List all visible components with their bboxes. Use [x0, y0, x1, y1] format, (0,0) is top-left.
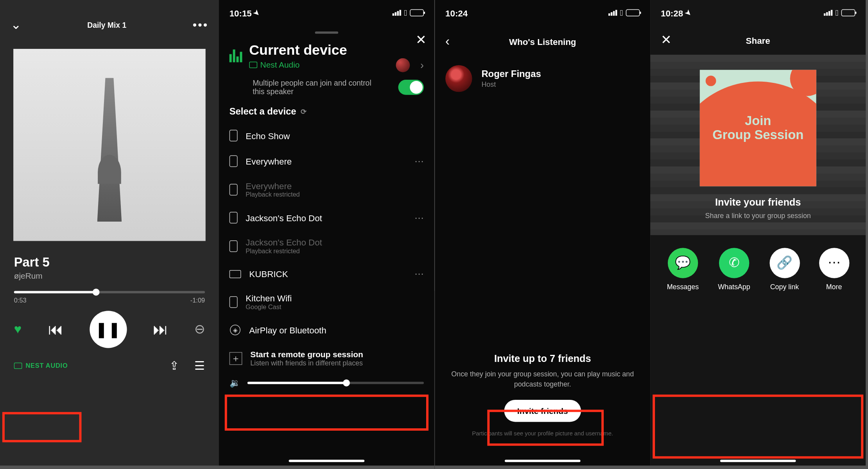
device-sub: Playback restricted	[246, 247, 424, 254]
share-option-icon: 💬	[668, 248, 698, 278]
share-screen: 10:28➤ 􀙇 ✕ Share Join Group Session Invi…	[650, 0, 866, 465]
now-playing-screen: ⌄ Daily Mix 1 ••• Part 5 øjeRum 0:53 -1:…	[0, 0, 219, 465]
more-icon[interactable]: •••	[193, 18, 208, 32]
share-option-copy-link[interactable]: 🔗Copy link	[769, 248, 800, 291]
device-name: Jackson's Echo Dot	[246, 213, 406, 222]
device-more-icon[interactable]: ⋯	[414, 156, 424, 166]
volume-row: 🔉	[219, 373, 434, 394]
signal-icon	[608, 10, 617, 16]
whos-listening-screen: 10:24 􀙇 ‹ Who's Listening Roger Fingas H…	[435, 0, 650, 465]
status-time: 10:15	[230, 8, 252, 18]
home-indicator	[720, 460, 796, 462]
share-card: Join Group Session	[700, 70, 816, 186]
share-option-more[interactable]: ⋯More	[819, 248, 849, 291]
device-item[interactable]: ◈AirPlay or Bluetooth	[219, 317, 434, 343]
cast-icon	[14, 362, 22, 369]
spotify-logo-icon	[706, 76, 716, 86]
home-indicator	[289, 460, 365, 462]
device-name: Everywhere	[246, 181, 424, 191]
share-option-icon: ⋯	[819, 248, 849, 278]
signal-icon	[392, 10, 401, 16]
progress-bar[interactable]: 0:53 -1:09	[14, 291, 205, 304]
wifi-icon: 􀙇	[620, 8, 623, 18]
speaker-icon	[230, 130, 238, 141]
track-artist: øjeRum	[14, 271, 205, 281]
speaker-icon	[230, 184, 238, 195]
device-item[interactable]: Echo Show	[219, 123, 434, 149]
multi-control-toggle[interactable]	[398, 80, 424, 95]
current-device-name[interactable]: Nest Audio	[249, 60, 347, 69]
screen-title: Who's Listening	[445, 36, 640, 46]
volume-icon: 🔉	[230, 378, 240, 388]
highlight-box	[2, 412, 82, 442]
device-item[interactable]: Kitchen WifiGoogle Cast	[219, 286, 434, 317]
device-item[interactable]: Everywhere⋯	[219, 149, 434, 174]
collapse-icon[interactable]: ⌄	[11, 18, 21, 33]
share-heading: Invite your friends	[650, 197, 866, 208]
share-sub: Share a link to your group session	[650, 212, 866, 220]
share-option-label: Messages	[667, 283, 699, 291]
pause-button[interactable]: ❚❚	[90, 311, 127, 348]
device-name: Echo Show	[246, 131, 424, 140]
listener-row[interactable]: Roger Fingas Host	[435, 57, 650, 100]
previous-icon[interactable]: ⏮	[48, 320, 63, 338]
device-name: Jackson's Echo Dot	[246, 238, 424, 247]
now-playing-header: ⌄ Daily Mix 1 •••	[0, 11, 219, 37]
device-sub: Google Cast	[246, 303, 424, 310]
device-name: AirPlay or Bluetooth	[249, 325, 424, 335]
bottom-bar: NEST AUDIO ⇪ ☰	[0, 348, 219, 372]
invite-friends-button[interactable]: Invite friends	[504, 400, 581, 422]
share-option-whatsapp[interactable]: ✆WhatsApp	[718, 248, 750, 291]
cast-device-chip[interactable]: NEST AUDIO	[14, 362, 68, 369]
device-name: Kitchen Wifi	[246, 293, 424, 303]
invite-body: Once they join your group session, you c…	[445, 370, 640, 389]
block-icon[interactable]: ⊖	[194, 322, 205, 337]
playback-controls: ♥ ⏮ ❚❚ ⏭ ⊖	[0, 304, 219, 348]
start-group-session[interactable]: ＋ Start a remote group session Listen wi…	[219, 343, 434, 373]
cast-device-label: NEST AUDIO	[26, 362, 68, 369]
share-option-messages[interactable]: 💬Messages	[667, 248, 699, 291]
wifi-icon: 􀙇	[836, 8, 839, 18]
playlist-title: Daily Mix 1	[87, 21, 126, 29]
status-time: 10:28	[661, 8, 683, 18]
speaker-icon	[230, 240, 238, 252]
device-list: Echo ShowEverywhere⋯EverywherePlayback r…	[219, 123, 434, 343]
album-artwork	[13, 49, 205, 241]
volume-slider[interactable]	[247, 382, 424, 384]
airplay-icon: ◈	[230, 324, 241, 336]
status-time: 10:24	[445, 8, 468, 18]
device-item[interactable]: Jackson's Echo Dot⋯	[219, 205, 434, 231]
device-more-icon[interactable]: ⋯	[414, 212, 424, 223]
battery-icon	[410, 9, 424, 16]
device-picker-screen: 10:15➤ 􀙇 ✕ Current device Nest Audio › M…	[219, 0, 434, 465]
device-item: EverywherePlayback restricted	[219, 174, 434, 205]
speaker-icon	[230, 296, 238, 308]
close-icon[interactable]: ✕	[416, 32, 426, 48]
screen-header: ‹ Who's Listening	[435, 26, 650, 57]
group-session-title: Start a remote group session	[250, 350, 363, 359]
host-avatar[interactable]	[396, 58, 410, 72]
multi-control-label: Multiple people can join and control thi…	[253, 79, 381, 96]
battery-icon	[626, 9, 640, 16]
device-item: Jackson's Echo DotPlayback restricted	[219, 231, 434, 261]
track-info: Part 5 øjeRum	[0, 241, 219, 280]
time-elapsed: 0:53	[14, 297, 27, 304]
invite-footer: Participants will see your profile pictu…	[445, 430, 640, 436]
wifi-icon: 􀙇	[404, 8, 407, 18]
share-icon[interactable]: ⇪	[169, 358, 179, 372]
chevron-right-icon[interactable]: ›	[420, 59, 424, 72]
device-more-icon[interactable]: ⋯	[414, 268, 424, 279]
speaker-icon	[230, 156, 238, 167]
multi-control-row: Multiple people can join and control thi…	[219, 73, 434, 100]
share-option-icon: 🔗	[769, 248, 800, 278]
like-icon[interactable]: ♥	[14, 322, 22, 337]
screen-header: ✕ Share	[650, 26, 866, 55]
signal-icon	[824, 10, 832, 16]
queue-icon[interactable]: ☰	[194, 358, 205, 372]
select-device-header: Select a device⟳	[219, 101, 434, 123]
battery-icon	[841, 9, 855, 16]
next-icon[interactable]: ⏭	[153, 320, 168, 338]
device-item[interactable]: KUBRICK⋯	[219, 261, 434, 286]
speaker-icon	[230, 212, 238, 224]
status-bar: 10:28➤ 􀙇	[650, 0, 866, 26]
